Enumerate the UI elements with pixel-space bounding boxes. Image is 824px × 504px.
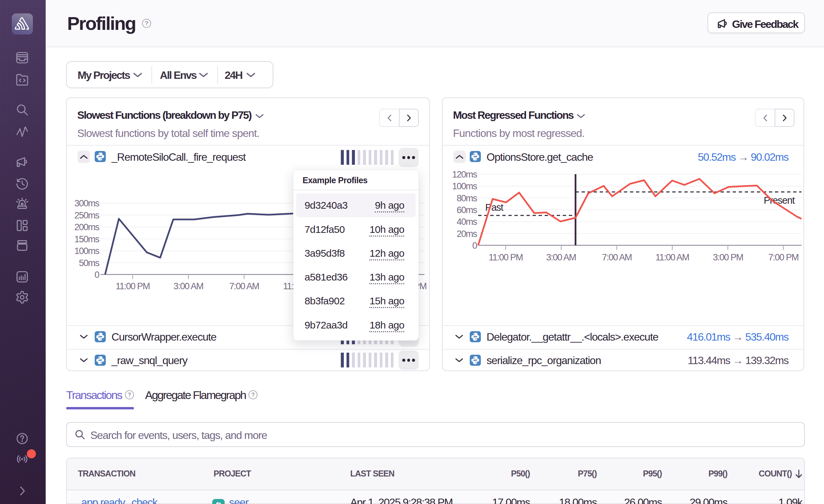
svg-text:7:00 AM: 7:00 AM bbox=[602, 252, 632, 262]
svg-text:120ms: 120ms bbox=[452, 169, 477, 180]
svg-text:11:00 PM: 11:00 PM bbox=[116, 281, 150, 291]
svg-text:3:00 PM: 3:00 PM bbox=[713, 252, 743, 262]
svg-text:100ms: 100ms bbox=[452, 181, 477, 191]
svg-text:150ms: 150ms bbox=[74, 234, 99, 244]
svg-text:60ms: 60ms bbox=[457, 205, 477, 215]
svg-text:7:00 AM: 7:00 AM bbox=[229, 281, 259, 291]
svg-text:200ms: 200ms bbox=[74, 222, 99, 232]
svg-text:80ms: 80ms bbox=[457, 193, 477, 203]
svg-text:0: 0 bbox=[94, 270, 99, 280]
svg-text:7:00 PM: 7:00 PM bbox=[768, 252, 798, 262]
svg-text:300ms: 300ms bbox=[74, 198, 99, 208]
svg-text:0: 0 bbox=[472, 241, 477, 251]
svg-text:40ms: 40ms bbox=[457, 217, 477, 227]
svg-text:20ms: 20ms bbox=[457, 229, 477, 239]
svg-text:11:00 PM: 11:00 PM bbox=[489, 252, 523, 262]
svg-text:11:00 AM: 11:00 AM bbox=[655, 252, 689, 262]
svg-text:3:00 AM: 3:00 AM bbox=[546, 252, 576, 262]
svg-text:100ms: 100ms bbox=[74, 246, 99, 256]
svg-text:250ms: 250ms bbox=[74, 210, 99, 220]
svg-text:50ms: 50ms bbox=[79, 258, 99, 268]
svg-text:3:00 AM: 3:00 AM bbox=[174, 281, 203, 291]
